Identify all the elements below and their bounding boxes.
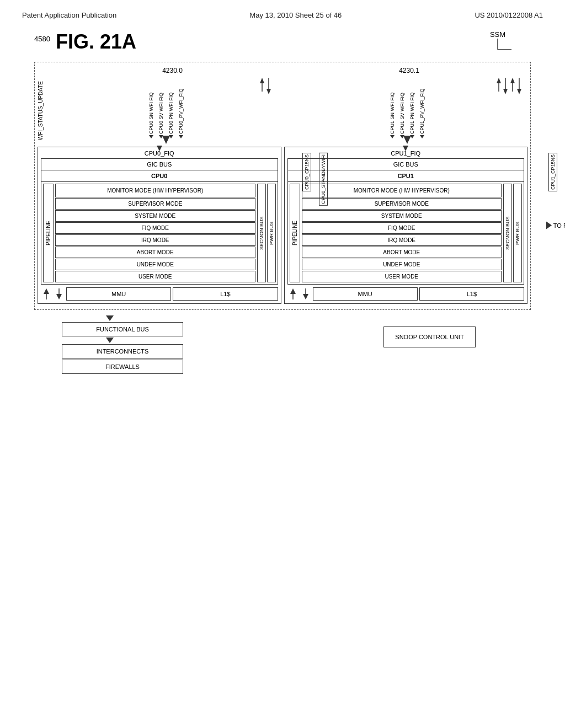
cpu1-l1: L1$: [419, 287, 524, 301]
cpu1-monitor-mode: MONITOR MODE (HW HYPERVISOR): [302, 184, 502, 197]
cpu0-mmu: MMU: [66, 287, 171, 301]
cpu1-cp15ns: CPU1_CP15NS: [548, 153, 557, 191]
header-center: May 13, 2010 Sheet 25 of 46: [249, 11, 342, 19]
ssm-label: SSM: [490, 30, 505, 39]
interconnects-box: INTERCONNECTS: [62, 344, 183, 358]
cpu1-irq-mode: IRQ MODE: [302, 234, 502, 246]
header-right: US 2010/0122008 A1: [475, 11, 543, 19]
firewalls-box: FIREWALLS: [62, 360, 183, 374]
snoop-control-unit: SNOOP CONTROL UNIT: [383, 326, 476, 347]
section-num-right: 4230.1: [399, 67, 419, 74]
cpu0-supervisor-mode: SUPERVISOR MODE: [55, 198, 255, 210]
cpu0-l1: L1$: [173, 287, 278, 301]
svg-marker-8: [510, 78, 515, 83]
cpu0-secmon-bus: SECMON BUS: [257, 184, 266, 282]
svg-marker-16: [157, 146, 162, 151]
svg-marker-10: [517, 89, 521, 94]
cpu1-pwr-bus: PWR BUS: [513, 184, 522, 282]
svg-marker-12: [260, 78, 264, 83]
cpu0-fiq-mode: FIQ MODE: [55, 222, 255, 234]
svg-marker-17: [44, 288, 49, 294]
sig-cpu1-pn: CPU1 PN WFI FIQ: [409, 84, 415, 134]
svg-marker-21: [403, 146, 408, 151]
cpu1-undef-mode: UNDEF MODE: [302, 259, 502, 270]
sig-cpu0-sn: CPU0 SN WFI FIQ: [148, 84, 154, 134]
svg-marker-22: [290, 288, 296, 294]
svg-marker-5: [503, 89, 508, 94]
svg-marker-24: [303, 294, 308, 299]
svg-marker-26: [546, 221, 552, 229]
cpu0-core-label: CPU0: [41, 170, 278, 182]
cpu1-secmon-bus: SECMON BUS: [503, 184, 512, 282]
fig-number-label: 4580: [34, 35, 50, 43]
cpu1-user-mode: USER MODE: [302, 271, 502, 282]
page-header: Patent Application Publication May 13, 2…: [22, 11, 543, 19]
to-fig-label: TO FIG. 21B: [553, 222, 565, 229]
cpu1-pipeline-label: PIPELINE: [290, 184, 300, 282]
cpu0-gic-bus: GIC BUS: [41, 159, 278, 170]
cpu0-pipeline-label: PIPELINE: [43, 184, 54, 282]
cpu0-system-mode: SYSTEM MODE: [55, 210, 255, 222]
sig-cpu0-pv: CPU0_PV_WFI_FIQ: [178, 84, 184, 134]
sig-cpu0-sv: CPU0 SV WFI FIQ: [158, 84, 164, 134]
header-left: Patent Application Publication: [22, 11, 116, 19]
cpu0-monitor-mode: MONITOR MODE (HW HYPERVISOR): [55, 184, 255, 197]
section-num-left: 4230.0: [162, 67, 183, 74]
wfi-status-label: WFI_STATUS_UPDATE: [38, 81, 44, 140]
cpu0-irq-mode: IRQ MODE: [55, 234, 255, 246]
sig-cpu1-sn: CPU1 SN WFI FIQ: [390, 84, 395, 134]
svg-marker-7: [403, 136, 411, 144]
functional-bus-box: FUNCTIONAL BUS: [62, 322, 183, 336]
svg-marker-2: [162, 136, 170, 144]
svg-marker-28: [106, 338, 114, 343]
cpu0-pwr-bus: PWR BUS: [267, 184, 276, 282]
svg-marker-27: [106, 315, 114, 321]
svg-marker-14: [266, 89, 271, 94]
cpu0-undef-mode: UNDEF MODE: [55, 259, 255, 270]
cpu1-gic-bus: GIC BUS: [288, 159, 524, 170]
svg-marker-3: [497, 78, 501, 83]
page: Patent Application Publication May 13, 2…: [0, 0, 565, 728]
cpu1-core-label: CPU1: [288, 170, 524, 182]
cpu0-abort-mode: ABORT MODE: [55, 247, 255, 258]
cpu0-user-mode: USER MODE: [55, 271, 255, 282]
sig-cpu1-sv: CPU1 SV WFI FIQ: [399, 84, 405, 134]
sig-cpu0-pn: CPU0 PN WFI FIQ: [168, 84, 174, 134]
cpu1-fiq-mode: FIQ MODE: [302, 222, 502, 234]
cpu1-supervisor-mode: SUPERVISOR MODE: [302, 198, 502, 210]
sig-cpu1-pv: CPU1_PV_WFI_FIQ: [419, 84, 425, 134]
cpu1-abort-mode: ABORT MODE: [302, 247, 502, 258]
diagram-container: 4580 FIG. 21A SSM 4230.0 4230.1: [34, 30, 531, 385]
svg-marker-19: [56, 294, 62, 299]
cpu1-system-mode: SYSTEM MODE: [302, 210, 502, 222]
fig-title: FIG. 21A: [56, 30, 136, 53]
cpu1-mmu: MMU: [313, 287, 418, 301]
